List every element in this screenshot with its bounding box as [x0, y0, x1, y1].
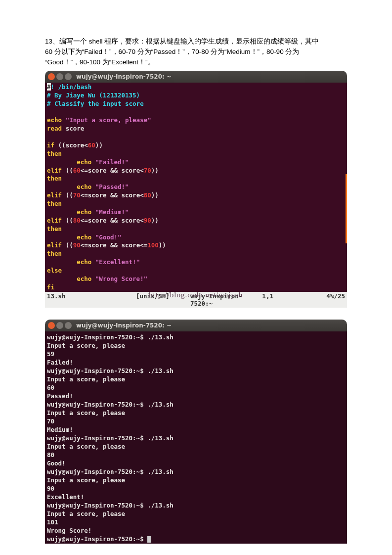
- comment-desc: # Classify the input score: [47, 100, 144, 107]
- problem-line-1: 13、编写一个 shell 程序，要求：根据从键盘输入的学生成绩，显示相应的成绩…: [45, 38, 319, 45]
- window-title: wujy@wujy-Inspiron-7520: ~: [76, 73, 172, 80]
- output-line: Wrong Score!: [47, 526, 345, 535]
- minimize-icon[interactable]: [56, 322, 63, 329]
- kw-else: else: [47, 267, 62, 274]
- output-line: Passed!: [47, 392, 345, 400]
- output-line: wujy@wujy-Inspiron-7520:~$ ./13.sh: [47, 367, 345, 375]
- terminal-editor: wujy@wujy-Inspiron-7520: ~ #! /bin/bash …: [45, 71, 347, 308]
- output-line: wujy@wujy-Inspiron-7520:~$ ./13.sh: [47, 434, 345, 442]
- maximize-icon[interactable]: [65, 322, 72, 329]
- status-position: 1,1: [262, 292, 326, 307]
- problem-line-2: 60 分以下为“Failed！”，60-70 分为“Passed！”，70-80…: [45, 48, 299, 55]
- problem-line-3: “Good！”，90-100 为“Excellent！”。: [45, 58, 155, 66]
- output-line: Failed!: [47, 358, 345, 367]
- output-line: 90: [47, 484, 345, 493]
- kw-read: read: [47, 125, 62, 132]
- str-prompt: "Input a score, please": [62, 116, 151, 124]
- watermark-text: http://blog.csdn.net/wujysh: [149, 291, 243, 299]
- output-line: 60: [47, 383, 345, 392]
- output-line: 80: [47, 451, 345, 459]
- vim-status-bar: 13.sh [unix/SH] wujy-Inspiron-7520:~ 1,1…: [45, 292, 347, 308]
- minimize-icon[interactable]: [56, 73, 63, 80]
- output-line: wujy@wujy-Inspiron-7520:~$: [47, 535, 345, 543]
- output-line: wujy@wujy-Inspiron-7520:~$ ./13.sh: [47, 467, 345, 476]
- titlebar-2: wujy@wujy-Inspiron-7520: ~: [45, 320, 347, 331]
- output-line: Medium!: [47, 425, 345, 434]
- comment-author: # By Jiaye Wu (121320135): [47, 92, 140, 99]
- kw-echo: echo: [47, 116, 62, 124]
- output-line: Input a score, please: [47, 375, 345, 383]
- str-excellent: "Excellent!": [91, 258, 140, 266]
- output-line: Excellent!: [47, 493, 345, 501]
- titlebar: wujy@wujy-Inspiron-7520: ~: [45, 71, 347, 83]
- shebang: ! /bin/bash: [51, 83, 92, 91]
- output-line: 59: [47, 350, 345, 358]
- output-line: wujy@wujy-Inspiron-7520:~$ ./13.sh: [47, 501, 345, 509]
- close-icon[interactable]: [48, 322, 55, 329]
- output-line: 101: [47, 518, 345, 526]
- editor-body[interactable]: #! /bin/bash # By Jiaye Wu (121320135) #…: [45, 83, 347, 292]
- str-good: "Good!": [91, 233, 121, 241]
- problem-statement: 13、编写一个 shell 程序，要求：根据从键盘输入的学生成绩，显示相应的成绩…: [45, 37, 347, 68]
- kw-then: then: [47, 150, 62, 157]
- scrollbar-marker: [346, 174, 347, 243]
- var-score: score: [62, 125, 84, 132]
- kw-elif: elif: [47, 167, 62, 174]
- output-body[interactable]: wujy@wujy-Inspiron-7520:~$ ./13.shInput …: [45, 331, 347, 544]
- close-icon[interactable]: [48, 73, 55, 80]
- output-line: 70: [47, 417, 345, 425]
- output-line: wujy@wujy-Inspiron-7520:~$ ./13.sh: [47, 400, 345, 409]
- output-line: wujy@wujy-Inspiron-7520:~$ ./13.sh: [47, 333, 345, 341]
- str-medium: "Medium!": [91, 208, 129, 216]
- str-failed: "Failed!": [91, 158, 129, 166]
- output-line: Input a score, please: [47, 341, 345, 350]
- maximize-icon[interactable]: [65, 73, 72, 80]
- output-line: Input a score, please: [47, 409, 345, 417]
- str-passed: "Passed!": [91, 183, 129, 190]
- terminal-output: wujy@wujy-Inspiron-7520: ~ wujy@wujy-Ins…: [45, 320, 347, 544]
- output-line: Input a score, please: [47, 509, 345, 518]
- status-percent: 4%/25: [326, 292, 345, 307]
- kw-fi: fi: [47, 283, 54, 291]
- output-line: Input a score, please: [47, 442, 345, 451]
- kw-if: if: [47, 141, 54, 149]
- shebang-hash: #: [47, 83, 51, 91]
- status-filename: 13.sh: [47, 292, 136, 307]
- window-title-2: wujy@wujy-Inspiron-7520: ~: [76, 322, 172, 329]
- output-line: Input a score, please: [47, 476, 345, 484]
- output-line: Good!: [47, 459, 345, 467]
- cursor-icon: [147, 536, 151, 543]
- str-wrong: "Wrong Score!": [91, 275, 147, 282]
